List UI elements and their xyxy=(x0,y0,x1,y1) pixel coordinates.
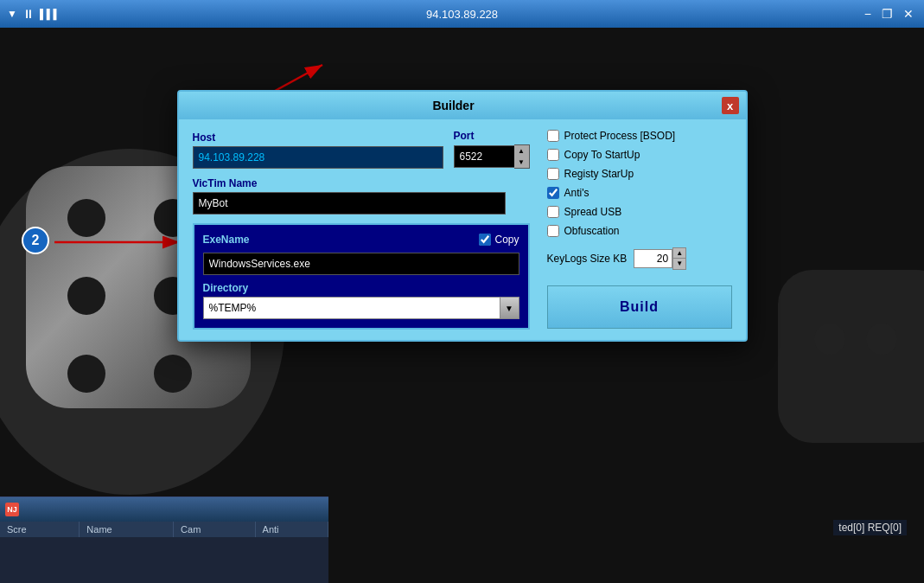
background-area: 1 2 NJ Scre xyxy=(0,28,924,583)
left-panel: Host Port ▲ ▼ xyxy=(193,130,530,330)
dialog-body: Host Port ▲ ▼ xyxy=(179,119,746,340)
builder-dialog: Builder x Host Port xyxy=(177,90,748,342)
dialog-title: Builder xyxy=(186,99,722,112)
protect-checkbox[interactable] xyxy=(547,130,559,142)
dialog-title-bar: Builder x xyxy=(179,92,746,119)
checkbox-antis: Anti's xyxy=(547,187,732,199)
copy-label[interactable]: Copy xyxy=(494,234,519,246)
checkbox-registry: Registy StarUp xyxy=(547,168,732,180)
title-bar-title: 94.103.89.228 xyxy=(426,8,498,21)
right-panel: Protect Process [BSOD] Copy To StartUp R… xyxy=(540,130,732,330)
host-port-row: Host Port ▲ ▼ xyxy=(193,130,530,169)
copy-checkbox-row: Copy xyxy=(479,234,519,246)
dialog-close-button[interactable]: x xyxy=(722,97,739,114)
port-up-button[interactable]: ▲ xyxy=(514,145,529,157)
checkbox-protect: Protect Process [BSOD] xyxy=(547,130,732,142)
title-bar-left: ▼ ⏸ ▌▌▌ xyxy=(7,7,60,21)
keylogs-input[interactable] xyxy=(634,249,672,268)
antis-checkbox[interactable] xyxy=(547,187,559,199)
title-bar-controls: − ❐ ✕ xyxy=(861,8,917,20)
keylogs-spinner: ▲ ▼ xyxy=(672,247,686,270)
directory-dropdown-button[interactable]: ▼ xyxy=(500,297,519,319)
victim-label: VicTim Name xyxy=(193,177,506,189)
checkbox-obfuscation: Obfuscation xyxy=(547,225,732,237)
port-down-button[interactable]: ▼ xyxy=(514,157,529,168)
registry-label: Registy StarUp xyxy=(564,168,634,180)
title-bar-pause-icon[interactable]: ⏸ xyxy=(22,7,35,21)
victim-group: VicTim Name xyxy=(193,177,506,215)
port-spinner: ▲ ▼ xyxy=(514,144,530,169)
main-layout: Host Port ▲ ▼ xyxy=(193,130,732,330)
obfuscation-label: Obfuscation xyxy=(564,225,620,237)
checkbox-usb: Spread USB xyxy=(547,206,732,218)
keylogs-down-button[interactable]: ▼ xyxy=(672,259,686,270)
exename-header: ExeName Copy xyxy=(203,234,519,246)
victim-row: VicTim Name xyxy=(193,177,530,215)
startup-label: Copy To StartUp xyxy=(564,149,640,161)
antis-label: Anti's xyxy=(564,187,589,199)
keylogs-label: KeyLogs Size KB xyxy=(547,253,628,265)
host-label: Host xyxy=(193,131,443,144)
startup-checkbox[interactable] xyxy=(547,149,559,161)
usb-checkbox[interactable] xyxy=(547,206,559,218)
protect-label: Protect Process [BSOD] xyxy=(564,130,676,142)
exename-input[interactable] xyxy=(203,253,519,275)
dir-input-wrapper: ▼ xyxy=(203,297,519,319)
directory-label: Directory xyxy=(203,282,519,294)
victim-input[interactable] xyxy=(193,192,506,215)
close-button[interactable]: ✕ xyxy=(900,8,917,20)
checkbox-startup: Copy To StartUp xyxy=(547,149,732,161)
dialog-overlay: Builder x Host Port xyxy=(0,55,924,583)
title-bar-signal-icon: ▌▌▌ xyxy=(40,9,60,19)
keylogs-up-button[interactable]: ▲ xyxy=(672,247,686,259)
port-input[interactable] xyxy=(454,145,514,168)
exename-box: ExeName Copy Directory ▼ xyxy=(193,223,530,330)
keylogs-input-wrapper: ▲ ▼ xyxy=(634,247,686,270)
title-bar: ▼ ⏸ ▌▌▌ 94.103.89.228 − ❐ ✕ xyxy=(0,0,924,28)
maximize-button[interactable]: ❐ xyxy=(878,8,896,20)
minimize-button[interactable]: − xyxy=(861,8,875,20)
usb-label: Spread USB xyxy=(564,206,622,218)
port-wrapper: ▲ ▼ xyxy=(454,144,530,169)
obfuscation-checkbox[interactable] xyxy=(547,225,559,237)
copy-checkbox[interactable] xyxy=(479,234,491,246)
directory-input[interactable] xyxy=(203,297,500,319)
port-group: Port ▲ ▼ xyxy=(454,130,530,169)
exename-label: ExeName xyxy=(203,234,250,246)
host-input[interactable] xyxy=(193,146,443,169)
build-button[interactable]: Build xyxy=(547,285,732,329)
host-group: Host xyxy=(193,131,443,169)
registry-checkbox[interactable] xyxy=(547,168,559,180)
title-bar-arrow-icon[interactable]: ▼ xyxy=(7,8,17,20)
port-label: Port xyxy=(454,130,530,142)
keylogs-row: KeyLogs Size KB ▲ ▼ xyxy=(547,247,732,270)
